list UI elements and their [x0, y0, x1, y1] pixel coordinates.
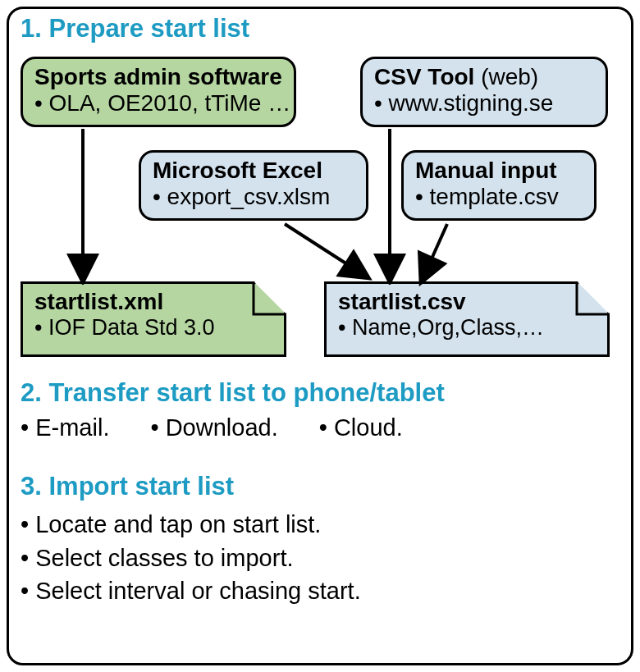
section3-item-3: • Select interval or chasing start.: [21, 574, 361, 608]
dogear-icon: [254, 281, 286, 314]
section3-list: • Locate and tap on start list. • Select…: [21, 508, 361, 608]
box-csv-tool-bullet: • www.stigning.se: [374, 90, 594, 117]
box-sports-admin-title: Sports admin software: [34, 64, 282, 90]
box-csv-tool-title-paren: (web): [474, 64, 538, 89]
box-manual: Manual input • template.csv: [401, 150, 597, 221]
box-csv-tool-title: CSV Tool (web): [374, 64, 594, 90]
section1-heading: 1. Prepare start list: [21, 14, 249, 43]
svg-line-2: [285, 224, 359, 272]
diagram-frame: 1. Prepare start list Sports admin softw…: [7, 7, 633, 665]
box-sports-admin-bullet: • OLA, OE2010, tTiMe …: [34, 90, 282, 117]
file-xml-bullet: • IOF Data Std 3.0: [34, 315, 272, 341]
box-manual-title: Manual input: [415, 158, 583, 184]
section2-list: • E-mail. • Download. • Cloud.: [21, 414, 403, 441]
section3-item-2: • Select classes to import.: [21, 542, 361, 575]
box-excel-bullet: • export_csv.xlsm: [153, 184, 354, 210]
arrow-excel-to-csv: [278, 221, 377, 286]
box-excel: Microsoft Excel • export_csv.xlsm: [139, 150, 368, 221]
box-csv-tool: CSV Tool (web) • www.stigning.se: [360, 57, 608, 127]
box-manual-bullet: • template.csv: [415, 184, 583, 210]
section2-list-row: • E-mail. • Download. • Cloud.: [21, 414, 403, 441]
section2-heading: 2. Transfer start list to phone/tablet: [21, 378, 445, 408]
file-startlist-xml: startlist.xml • IOF Data Std 3.0: [21, 281, 286, 357]
file-xml-title: startlist.xml: [34, 289, 272, 315]
section2-item-email: • E-mail.: [21, 414, 109, 441]
svg-line-3: [426, 224, 447, 272]
section2-item-download: • Download.: [150, 414, 277, 441]
box-csv-tool-title-strong: CSV Tool: [374, 64, 474, 89]
section3-item-1: • Locate and tap on start list.: [21, 508, 361, 542]
section3-heading: 3. Import start list: [21, 472, 234, 501]
file-csv-bullet: • Name,Org,Class,…: [338, 315, 596, 341]
file-csv-title: startlist.csv: [338, 289, 596, 315]
file-startlist-csv: startlist.csv • Name,Org,Class,…: [324, 281, 610, 357]
section2-item-cloud: • Cloud.: [319, 414, 403, 441]
arrow-sports-to-xml: [66, 129, 99, 285]
dogear-icon: [577, 281, 610, 314]
arrow-manual-to-csv: [411, 221, 460, 286]
arrow-csvtool-to-csv: [373, 129, 406, 285]
box-sports-admin: Sports admin software • OLA, OE2010, tTi…: [21, 57, 296, 127]
box-excel-title: Microsoft Excel: [153, 158, 354, 184]
